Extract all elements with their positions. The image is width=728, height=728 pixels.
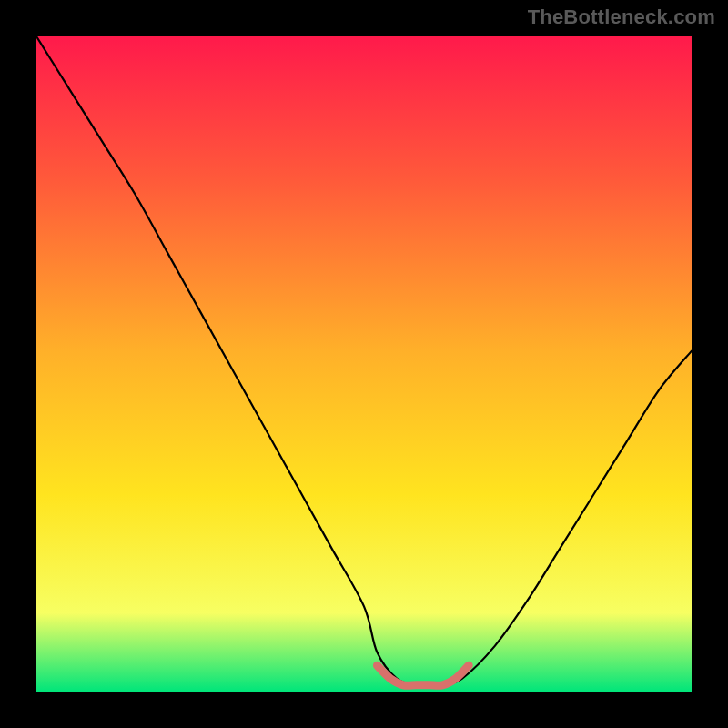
watermark-label: TheBottleneck.com	[528, 5, 715, 29]
plot-svg	[36, 36, 692, 692]
gradient-background	[36, 36, 692, 692]
chart-frame: TheBottleneck.com	[0, 0, 728, 728]
plot-area	[36, 36, 692, 692]
